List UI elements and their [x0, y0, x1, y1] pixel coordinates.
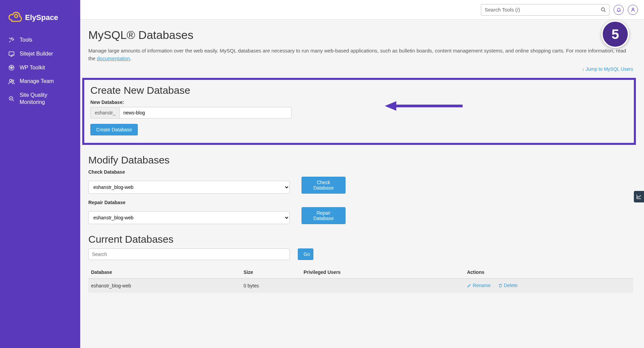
sidebar-item-label: Sitejet Builder [20, 50, 53, 58]
svg-point-6 [601, 8, 604, 11]
bell-icon [616, 7, 621, 12]
rename-link[interactable]: Rename [467, 283, 491, 288]
documentation-link[interactable]: documentation [97, 56, 130, 61]
desc-text: Manage large amounts of information over… [88, 48, 626, 61]
arrow-annotation [385, 99, 463, 113]
jump-link-row: ↓ Jump to MySQL Users [88, 66, 633, 72]
cell-size: 0 bytes [241, 279, 301, 293]
brand-name: ElySpace [25, 13, 58, 22]
search-icon [601, 7, 606, 13]
topbar [80, 0, 644, 20]
col-database: Database [88, 266, 241, 279]
check-magnify-icon [8, 95, 15, 102]
sidebar-item-team[interactable]: Manage Team [0, 74, 80, 88]
repair-database-button[interactable]: Repair Database [302, 207, 346, 224]
desc-text-end: . [130, 56, 131, 61]
jump-link-label: Jump to MySQL Users [586, 66, 633, 72]
current-db-search[interactable] [88, 248, 290, 260]
content: MySQL® Databases Manage large amounts of… [80, 20, 644, 348]
user-icon [630, 7, 636, 12]
new-database-input-group: eshanstr_ [90, 107, 292, 118]
stats-side-tab[interactable] [634, 191, 644, 202]
sidebar-item-label: Tools [20, 37, 32, 44]
go-button[interactable]: Go [298, 248, 313, 260]
check-db-select[interactable]: eshanstr_blog-web [88, 181, 290, 194]
repair-db-select[interactable]: eshanstr_blog-web [88, 211, 290, 224]
delete-link[interactable]: Delete [498, 283, 517, 288]
monitor-icon [8, 50, 15, 57]
col-size: Size [241, 266, 301, 279]
main-area: 5 MySQL® Databases Manage large amounts … [80, 0, 644, 348]
down-arrow-icon: ↓ [582, 66, 586, 72]
sidebar-item-label: Site Quality Monitoring [20, 92, 72, 106]
delete-label: Delete [504, 283, 517, 288]
svg-marker-9 [385, 101, 396, 111]
brand-logo[interactable]: ElySpace [0, 6, 80, 33]
svg-point-0 [15, 15, 18, 18]
wordpress-icon [8, 64, 15, 71]
current-heading: Current Databases [88, 234, 633, 245]
sidebar-item-sitejet[interactable]: Sitejet Builder [0, 47, 80, 61]
step-badge-annotation: 5 [601, 20, 629, 48]
databases-table: Database Size Privileged Users Actions e… [88, 266, 633, 293]
cell-db: eshanstr_blog-web [88, 279, 241, 293]
pencil-icon [467, 283, 471, 288]
modify-heading: Modify Databases [88, 154, 633, 166]
new-database-label: New Database: [90, 100, 628, 105]
rename-label: Rename [473, 283, 491, 288]
current-databases-section: Current Databases Go Database Size Privi… [88, 234, 633, 293]
sidebar: ElySpace Tools Sitejet Builder WP Toolki… [0, 0, 80, 348]
table-row: eshanstr_blog-web 0 bytes Rename [88, 279, 633, 293]
col-users: Privileged Users [301, 266, 464, 279]
search-button[interactable] [599, 6, 607, 14]
create-database-button[interactable]: Create Database [90, 124, 138, 135]
svg-point-7 [632, 8, 634, 10]
sidebar-item-label: Manage Team [20, 78, 54, 85]
svg-point-4 [12, 80, 14, 82]
check-database-button[interactable]: Check Database [302, 177, 346, 194]
user-button[interactable] [628, 5, 638, 15]
notifications-button[interactable] [614, 5, 624, 15]
check-db-label: Check Database [88, 169, 633, 175]
modify-databases-section: Modify Databases Check Database eshanstr… [88, 154, 633, 224]
repair-db-label: Repair Database [88, 200, 633, 205]
db-prefix: eshanstr_ [90, 107, 119, 118]
page-description: Manage large amounts of information over… [88, 47, 633, 62]
sidebar-item-tools[interactable]: Tools [0, 33, 80, 47]
search-wrap [481, 4, 609, 16]
col-actions: Actions [464, 266, 633, 279]
create-database-section: Create New Database New Database: eshans… [82, 78, 636, 145]
chart-icon [636, 194, 642, 199]
jump-mysql-users-link[interactable]: ↓ Jump to MySQL Users [582, 66, 633, 72]
trash-icon [498, 283, 503, 288]
svg-point-3 [9, 79, 12, 82]
search-input[interactable] [481, 4, 609, 16]
cell-actions: Rename Delete [464, 279, 633, 293]
cell-users [301, 279, 464, 293]
users-icon [8, 78, 15, 85]
cloud-logo-icon [7, 10, 22, 25]
new-database-input[interactable] [119, 107, 292, 118]
create-heading: Create New Database [90, 85, 628, 96]
sidebar-item-wp[interactable]: WP Toolkit [0, 61, 80, 75]
sidebar-item-label: WP Toolkit [20, 64, 45, 71]
sidebar-item-quality[interactable]: Site Quality Monitoring [0, 88, 80, 109]
tools-icon [8, 37, 15, 43]
page-title: MySQL® Databases [88, 28, 633, 42]
